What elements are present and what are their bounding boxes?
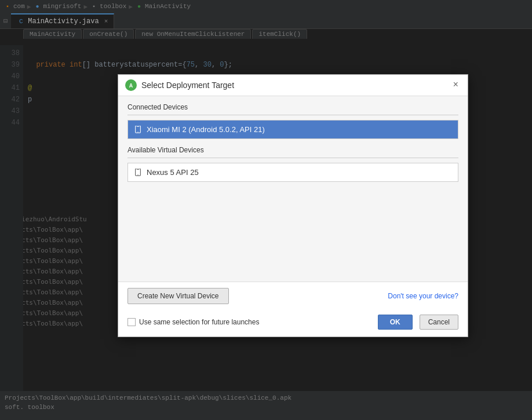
connected-divider (127, 115, 458, 115)
virtual-device-list: Nexus 5 API 25 (127, 163, 458, 182)
virtual-devices-section: Available Virtual Devices Nexus 5 API 25 (127, 146, 458, 182)
device-label-xiaomi: Xiaomi MI 2 (Android 5.0.2, API 21) (147, 125, 265, 134)
phone-icon-xiaomi (134, 126, 142, 134)
device-item-nexus5[interactable]: Nexus 5 API 25 (128, 163, 458, 181)
virtual-divider (127, 158, 458, 158)
svg-text:A: A (129, 83, 133, 89)
device-label-nexus5: Nexus 5 API 25 (147, 168, 199, 177)
ok-button[interactable]: OK (378, 315, 413, 330)
phone-icon-nexus (134, 169, 142, 177)
same-selection-checkbox[interactable] (127, 318, 136, 326)
svg-point-3 (137, 132, 138, 132)
dialog-body: Connected Devices Xiaomi MI 2 (Android 5… (118, 96, 468, 282)
empty-device-area (127, 182, 458, 275)
dialog-footer-row1: Create New Virtual Device Don't see your… (118, 282, 468, 310)
select-deployment-dialog: A Select Deployment Target × Connected D… (118, 74, 468, 337)
dialog-title-bar: A Select Deployment Target × (118, 75, 468, 96)
virtual-devices-header: Available Virtual Devices (127, 146, 458, 154)
cancel-button[interactable]: Cancel (420, 315, 458, 330)
svg-point-6 (137, 174, 138, 175)
dont-see-device-link[interactable]: Don't see your device? (236, 292, 458, 300)
same-selection-row: Use same selection for future launches (127, 318, 371, 326)
svg-rect-4 (137, 126, 139, 127)
dialog-title-text: Select Deployment Target (141, 81, 446, 90)
connected-devices-header: Connected Devices (127, 103, 458, 111)
device-item-xiaomi[interactable]: Xiaomi MI 2 (Android 5.0.2, API 21) (128, 120, 458, 138)
svg-rect-7 (137, 169, 139, 170)
same-selection-label: Use same selection for future launches (139, 318, 259, 326)
create-virtual-device-button[interactable]: Create New Virtual Device (127, 288, 229, 304)
dialog-footer-row2: Use same selection for future launches O… (118, 310, 468, 337)
dialog-android-icon: A (125, 79, 137, 91)
connected-device-list: Xiaomi MI 2 (Android 5.0.2, API 21) (127, 120, 458, 139)
dialog-close-button[interactable]: × (450, 79, 461, 91)
